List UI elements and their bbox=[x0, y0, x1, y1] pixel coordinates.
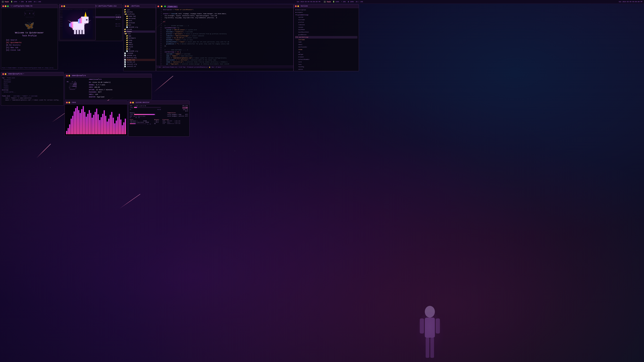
tree-profiles-readme[interactable]: 📄 README.org bbox=[124, 26, 155, 28]
tree-hardware[interactable]: 📁 hardware bbox=[124, 37, 155, 39]
tree-wsl[interactable]: 📁 wsl bbox=[124, 24, 155, 26]
close-btn-5[interactable] bbox=[295, 5, 297, 7]
outline-profile[interactable]: profile bbox=[295, 21, 358, 24]
tree-desktop-png[interactable]: 🖼 desktop.png bbox=[124, 57, 155, 59]
outline-fontpkg[interactable]: fontPkg bbox=[295, 66, 358, 68]
tree-license[interactable]: 📄 LICENSE bbox=[124, 52, 155, 54]
tree-style[interactable]: 📁 style bbox=[124, 46, 155, 48]
menu-item-history[interactable]: [S h] History bbox=[6, 44, 53, 46]
tree-themes[interactable]: 📁 themes bbox=[124, 30, 155, 33]
outline-hostname[interactable]: hostname bbox=[295, 18, 358, 21]
tab-flake-nix[interactable]: flake.nix bbox=[167, 5, 178, 8]
outline-systemsettings[interactable]: ▼ systemSettings bbox=[295, 14, 358, 16]
close-btn-6[interactable] bbox=[2, 73, 4, 75]
close-btn-7[interactable] bbox=[66, 75, 68, 77]
tree-lang[interactable]: 📁 lang bbox=[124, 39, 155, 41]
sysmon-titlebar: system monitor bbox=[128, 101, 189, 104]
tree-worklab[interactable]: 📁 worklab bbox=[124, 22, 155, 24]
min-btn-5[interactable] bbox=[297, 5, 299, 7]
outline-username[interactable]: username bbox=[295, 38, 358, 41]
viz-bar-39 bbox=[123, 122, 124, 134]
outline-editor[interactable]: editor bbox=[295, 68, 358, 71]
tree-pkgs[interactable]: 📁 pkgs bbox=[124, 41, 155, 43]
viz-bar-4 bbox=[70, 119, 72, 134]
viz-bar-9 bbox=[78, 110, 79, 134]
svg-point-24 bbox=[416, 312, 443, 362]
window-controls-3 bbox=[61, 5, 65, 7]
outline-term[interactable]: term bbox=[295, 61, 358, 63]
editor-content[interactable]: 12345 678910 1112131415 1617181920 21222… bbox=[156, 8, 293, 66]
maximize-button[interactable] bbox=[7, 5, 9, 7]
tree-user-readme[interactable]: 📄 README.org bbox=[124, 50, 155, 52]
viz-bar-24 bbox=[100, 117, 102, 134]
editor-close[interactable] bbox=[158, 5, 159, 7]
menu-item-newtab[interactable]: [t] New tab bbox=[6, 46, 53, 49]
outline-outputs[interactable]: ▶ outputs bbox=[295, 11, 358, 14]
memory-bar-fill bbox=[134, 114, 155, 115]
outline-grubdevice[interactable]: grubDevice bbox=[295, 33, 358, 36]
tree-git[interactable]: 📁 .git bbox=[124, 9, 155, 11]
min-btn-6[interactable] bbox=[5, 73, 6, 75]
viz-bar-32 bbox=[113, 118, 114, 134]
outline-defaultroamdir[interactable]: defaultRoamDir bbox=[295, 58, 358, 61]
tree-shell[interactable]: 📁 shell bbox=[124, 43, 155, 46]
minimize-button[interactable] bbox=[5, 5, 6, 7]
min-btn-7[interactable] bbox=[68, 75, 70, 77]
outline-wm[interactable]: wm bbox=[295, 51, 358, 53]
viz-bar-15 bbox=[87, 114, 88, 134]
min-btn-3[interactable] bbox=[64, 5, 65, 7]
close-button[interactable] bbox=[2, 5, 4, 7]
viz-bar-27 bbox=[105, 116, 106, 134]
tree-profiles[interactable]: ▼📁 profiles bbox=[124, 13, 155, 15]
min-btn-9[interactable] bbox=[132, 102, 134, 103]
outline-browser[interactable]: browser bbox=[295, 56, 358, 58]
outline-font[interactable]: font bbox=[295, 63, 358, 66]
close-btn-9[interactable] bbox=[130, 102, 132, 103]
menu-item-closetab[interactable]: [x] Close tab bbox=[6, 49, 53, 51]
outline-usersettings[interactable]: ▼ ⊕ userSettings bbox=[295, 36, 358, 38]
close-btn-8[interactable] bbox=[66, 102, 68, 103]
outline-bootmountpath[interactable]: bootMountPath bbox=[295, 31, 358, 33]
code-area[interactable]: description = "Flake of LibrePhoenix"; o… bbox=[163, 9, 292, 65]
outline-dotfilesdir[interactable]: dotfilesDir bbox=[295, 46, 358, 48]
min-btn-8[interactable] bbox=[68, 102, 70, 103]
outline-spawneditor[interactable]: spawnEditor bbox=[295, 71, 358, 71]
viz-bar-11 bbox=[81, 109, 82, 134]
outline-email[interactable]: email bbox=[295, 43, 358, 46]
menu-item-bookmarks[interactable]: [b] Quickmarks bbox=[6, 41, 53, 43]
editor-max[interactable] bbox=[164, 5, 166, 7]
tree-app[interactable]: 📁 app bbox=[124, 35, 155, 37]
outline-theme[interactable]: theme bbox=[295, 48, 358, 51]
tree-work[interactable]: 📁 work bbox=[124, 19, 155, 22]
viz-bar-1 bbox=[66, 131, 67, 134]
tree-install-org[interactable]: 📄 install.org bbox=[124, 63, 155, 65]
tree-harden-sh[interactable]: 📄 harden.sh bbox=[124, 61, 155, 63]
tree-patches[interactable]: 📁 patches bbox=[124, 11, 155, 13]
tree-home-lab[interactable]: 📁 home.lab bbox=[124, 15, 155, 17]
sysmon-content: CPU - 1.53 1.14 0.78 100%| 0s 0% 0% CPU … bbox=[128, 104, 189, 126]
min-btn-4[interactable] bbox=[127, 5, 129, 7]
outline-locale[interactable]: locale bbox=[295, 26, 358, 29]
menu-item-search[interactable]: [o] Search bbox=[6, 39, 53, 41]
close-btn-3[interactable] bbox=[61, 5, 63, 7]
close-btn-4[interactable] bbox=[125, 5, 126, 7]
outline-timezone[interactable]: timezone bbox=[295, 24, 358, 26]
tree-wm[interactable]: 📁 wm bbox=[124, 48, 155, 50]
tree-user[interactable]: ▼📁 user bbox=[124, 33, 155, 35]
tree-personal[interactable]: 📁 personal bbox=[124, 17, 155, 19]
tree-root-readme[interactable]: 📄 README.org bbox=[124, 54, 155, 57]
outline-name[interactable]: name bbox=[295, 41, 358, 43]
outline-system[interactable]: system bbox=[295, 16, 358, 18]
status-workspace-left[interactable]: ⬛ Tech bbox=[2, 1, 9, 3]
outline-bootmode[interactable]: bootMode bbox=[295, 28, 358, 31]
outline-wmtype[interactable]: wmType bbox=[295, 53, 358, 56]
memory-stats: RAM: 95% 5.7618/8.0618 bbox=[130, 116, 166, 117]
status-workspace-right[interactable]: ⬛ Tech bbox=[324, 1, 331, 3]
qutebrowser-content: ......... : : [| D |] : : .......... 🦋 W… bbox=[1, 8, 58, 53]
tree-flake-nix[interactable]: 📄 flake.nix bbox=[124, 59, 155, 61]
status-time-left: Sat 2024-03-09 05:06:00 PM bbox=[297, 1, 320, 3]
editor-min[interactable] bbox=[161, 5, 162, 7]
outline-description[interactable]: ▶ description bbox=[295, 9, 358, 11]
tree-install-sh[interactable]: 📄 install.sh bbox=[124, 65, 155, 67]
tree-system[interactable]: 📁 system bbox=[124, 28, 155, 30]
